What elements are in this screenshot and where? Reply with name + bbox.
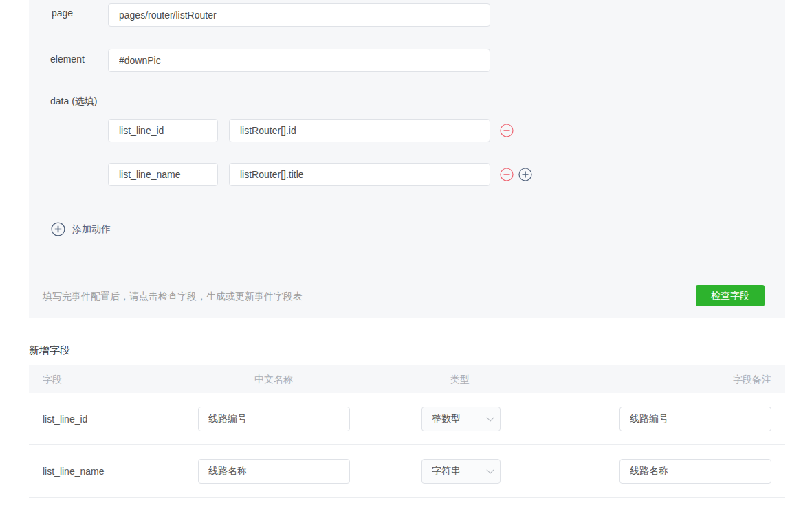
divider: [43, 214, 771, 214]
data-key-input[interactable]: [108, 119, 218, 142]
new-fields-table-header: 字段 中文名称 类型 字段备注: [29, 365, 785, 393]
type-select-value: 字符串: [432, 465, 486, 477]
element-field-label: element: [50, 54, 85, 65]
cn-name-input[interactable]: [198, 407, 350, 431]
field-name-text: list_line_name: [43, 466, 105, 477]
type-select[interactable]: 整数型: [421, 407, 501, 431]
page-field-label: page: [52, 8, 73, 19]
type-select[interactable]: 字符串: [421, 459, 501, 484]
type-select-value: 整数型: [432, 413, 486, 425]
add-row-icon[interactable]: [518, 168, 532, 181]
remove-row-icon[interactable]: [500, 168, 514, 181]
new-fields-title: 新增字段: [29, 344, 70, 357]
col-header-field: 字段: [43, 374, 62, 386]
remark-input[interactable]: [619, 407, 771, 431]
col-header-remark: 字段备注: [733, 374, 771, 386]
cn-name-input[interactable]: [198, 459, 350, 484]
data-value-input[interactable]: [229, 119, 490, 142]
table-row: list_line_id 整数型: [29, 393, 785, 445]
data-field-label: data (选填): [50, 95, 97, 108]
add-action-button[interactable]: 添加动作: [51, 222, 111, 236]
check-fields-hint: 填写完事件配置后，请点击检查字段，生成或更新事件字段表: [43, 291, 303, 303]
col-header-type: 类型: [450, 374, 470, 386]
chevron-down-icon: [486, 466, 494, 473]
event-config-panel: page element data (选填) 添加动作 填写完事件配置后，请点击…: [29, 0, 785, 318]
chevron-down-icon: [486, 414, 494, 421]
check-fields-button[interactable]: 检查字段: [696, 285, 765, 306]
element-input[interactable]: [108, 49, 490, 72]
remove-row-icon[interactable]: [500, 124, 514, 137]
col-header-cn-name: 中文名称: [254, 374, 293, 386]
remark-input[interactable]: [619, 459, 771, 484]
add-action-label: 添加动作: [72, 223, 111, 236]
table-row: list_line_name 字符串: [29, 445, 785, 498]
page: page element data (选填) 添加动作 填写完事件配置后，请点击…: [0, 0, 812, 518]
plus-circle-icon: [51, 222, 65, 236]
data-key-input[interactable]: [108, 163, 218, 186]
page-input[interactable]: [108, 3, 490, 27]
field-name-text: list_line_id: [43, 414, 87, 425]
data-value-input[interactable]: [229, 163, 490, 186]
